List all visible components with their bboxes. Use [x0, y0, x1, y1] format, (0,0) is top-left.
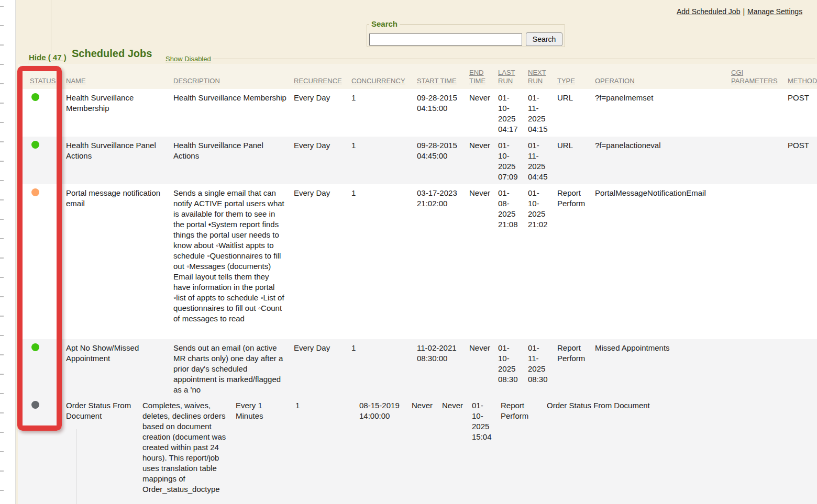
- column-header-method[interactable]: METHOD: [785, 77, 817, 89]
- status-dot[interactable]: [31, 401, 39, 409]
- cell-name: Apt No Show/Missed Appointment: [63, 339, 170, 397]
- table-row: Health Surveillance Membership Health Su…: [18, 89, 817, 137]
- cell-method: [785, 184, 817, 339]
- cell-operation: ?f=panelactioneval: [592, 137, 728, 184]
- column-header-next-run[interactable]: NEXT RUN: [525, 69, 554, 89]
- table-row: Order Status From Document Completes, wa…: [18, 397, 817, 504]
- page: Add Scheduled Job|Manage Settings Search…: [0, 0, 817, 504]
- cell-cgi-parameters: [728, 184, 785, 339]
- column-header-description[interactable]: DESCRIPTION: [170, 77, 291, 89]
- cell-concurrency: 1: [292, 397, 356, 504]
- cell-name: Health Surveillance Membership: [63, 89, 170, 137]
- cell-operation: PortalMessageNotificationEmail: [592, 184, 728, 339]
- status-cell: [18, 89, 63, 137]
- show-disabled-link[interactable]: Show Disabled: [165, 54, 211, 64]
- cell-end-time: Never: [466, 339, 495, 397]
- column-header-cgi-parameters[interactable]: CGI PARAMETERS: [728, 69, 785, 89]
- column-header-status[interactable]: STATUS: [18, 77, 63, 89]
- cell-start-time: 03-17-2023 21:02:00: [414, 184, 466, 339]
- hide-count-link[interactable]: Hide ( 47 ): [29, 52, 67, 63]
- cell-type: URL: [554, 89, 592, 137]
- cell-recurrence: Every Day: [291, 339, 348, 397]
- cell-recurrence: Every 1 Minutes: [233, 397, 292, 504]
- status-dot[interactable]: [31, 141, 39, 149]
- cell-type: URL: [554, 137, 592, 184]
- fieldset-border-artifact-bottom: [76, 429, 76, 504]
- cell-concurrency: 1: [348, 137, 414, 184]
- cell-last-run: Never: [439, 397, 469, 504]
- cell-operation: Order Status From Document: [544, 397, 728, 504]
- cell-end-time: Never: [408, 397, 439, 504]
- table-row: Health Surveillance Panel Actions Health…: [18, 137, 817, 184]
- cell-concurrency: 1: [348, 184, 414, 339]
- search-input[interactable]: [369, 33, 522, 46]
- search-button[interactable]: Search: [526, 32, 562, 46]
- cell-type: Report Perform: [498, 397, 544, 504]
- cell-start-time: 09-28-2015 04:45:00: [414, 137, 466, 184]
- cell-method: [785, 339, 817, 397]
- cell-name: Order Status From Document: [63, 397, 139, 504]
- table-row: Apt No Show/Missed Appointment Sends out…: [18, 339, 817, 397]
- cell-next-run: 01-11-2025 08:30: [525, 339, 554, 397]
- status-dot[interactable]: [31, 188, 39, 196]
- cell-next-run: 01-11-2025 04:45: [525, 137, 554, 184]
- column-header-concurrency[interactable]: CONCURRENCY: [348, 77, 414, 89]
- cell-type: Report Perform: [554, 339, 592, 397]
- column-header-operation[interactable]: OPERATION: [592, 77, 728, 89]
- cell-last-run: 01-10-2025 04:17: [495, 89, 525, 137]
- section-border: [28, 56, 28, 64]
- cell-recurrence: Every Day: [291, 89, 348, 137]
- column-header-start-time[interactable]: START TIME: [414, 77, 466, 89]
- cell-concurrency: 1: [348, 339, 414, 397]
- fieldset-border-artifact-top: [51, 0, 51, 52]
- status-cell: [18, 339, 63, 397]
- cell-method: POST: [785, 89, 817, 137]
- cell-description: Completes, waives, deletes, declines ord…: [139, 397, 233, 504]
- cell-end-time: Never: [466, 184, 495, 339]
- cell-name: Portal message notification email: [63, 184, 170, 339]
- cell-operation: ?f=panelmemset: [592, 89, 728, 137]
- cell-cgi-parameters: [728, 339, 785, 397]
- cell-next-run: 01-10-2025 21:02: [525, 184, 554, 339]
- cell-description: Health Surveillance Membership: [170, 89, 291, 137]
- cell-start-time: 08-15-2019 14:00:00: [356, 397, 408, 504]
- page-title: Scheduled Jobs: [72, 48, 152, 59]
- cell-description: Sends out an email (on active MR charts …: [170, 339, 291, 397]
- scheduled-jobs-table: Health Surveillance Membership Health Su…: [18, 89, 817, 504]
- cell-end-time: Never: [466, 89, 495, 137]
- column-header-type[interactable]: TYPE: [554, 77, 592, 89]
- add-scheduled-job-link[interactable]: Add Scheduled Job: [677, 7, 740, 16]
- nav-separator: |: [740, 7, 747, 16]
- section-border-line: [213, 59, 815, 59]
- cell-recurrence: Every Day: [291, 184, 348, 339]
- status-dot[interactable]: [31, 343, 39, 351]
- cell-start-time: 09-28-2015 04:15:00: [414, 89, 466, 137]
- cell-name: Health Surveillance Panel Actions: [63, 137, 170, 184]
- cell-next-run: 01-11-2025 04:15: [525, 89, 554, 137]
- status-cell: [18, 397, 63, 504]
- cell-type: Report Perform: [554, 184, 592, 339]
- column-header-name[interactable]: NAME: [63, 77, 170, 89]
- cell-description: Health Surveillance Panel Actions: [170, 137, 291, 184]
- column-header-recurrence[interactable]: RECURRENCE: [291, 77, 348, 89]
- search-legend: Search: [369, 19, 400, 29]
- cell-cgi-parameters: [728, 397, 785, 504]
- cell-concurrency: 1: [348, 89, 414, 137]
- top-nav-links: Add Scheduled Job|Manage Settings: [677, 6, 802, 17]
- table-header-row: STATUS NAME DESCRIPTION RECURRENCE CONCU…: [18, 64, 817, 89]
- cell-next-run: 01-10-2025 15:04: [469, 397, 498, 504]
- cell-start-time: 11-02-2021 08:30:00: [414, 339, 466, 397]
- cell-last-run: 01-10-2025 08:30: [495, 339, 525, 397]
- cell-last-run: 01-08-2025 21:08: [495, 184, 525, 339]
- cell-cgi-parameters: [728, 137, 785, 184]
- column-header-last-run[interactable]: LAST RUN: [495, 69, 525, 89]
- cell-description: Sends a single email that can notify ACT…: [170, 184, 291, 339]
- cell-end-time: Never: [466, 137, 495, 184]
- column-header-end-time[interactable]: END TIME: [466, 69, 495, 89]
- ruler-ticks: [0, 0, 4, 504]
- status-dot[interactable]: [31, 93, 39, 101]
- manage-settings-link[interactable]: Manage Settings: [747, 7, 802, 16]
- cell-cgi-parameters: [728, 89, 785, 137]
- cell-method: [785, 397, 817, 504]
- status-cell: [18, 184, 63, 339]
